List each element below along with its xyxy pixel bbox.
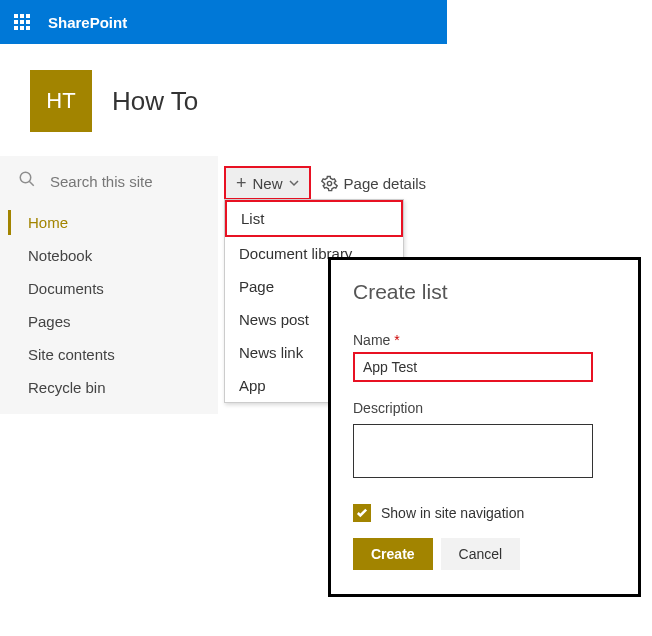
left-nav: Search this site Home Notebook Documents… [0,156,218,414]
brand-label[interactable]: SharePoint [48,14,127,31]
required-indicator: * [394,332,399,348]
search-icon [18,170,36,192]
create-button[interactable]: Create [353,538,433,570]
search-box[interactable]: Search this site [0,156,218,206]
show-in-nav-row[interactable]: Show in site navigation [353,504,616,522]
description-input[interactable] [353,424,593,478]
name-field-label: Name * [353,332,616,348]
svg-point-2 [327,181,331,185]
plus-icon: + [236,174,247,192]
check-icon [356,508,368,518]
svg-point-0 [20,172,31,183]
site-header: HT How To [0,44,447,156]
nav-item-recycle-bin[interactable]: Recycle bin [0,371,218,404]
show-in-nav-checkbox[interactable] [353,504,371,522]
site-logo[interactable]: HT [30,70,92,132]
site-title[interactable]: How To [112,86,198,117]
waffle-icon [14,14,30,30]
page-details-button[interactable]: Page details [321,175,427,192]
nav-item-site-contents[interactable]: Site contents [0,338,218,371]
suite-banner: SharePoint [0,0,447,44]
svg-line-1 [29,181,34,186]
page-details-label: Page details [344,175,427,192]
show-in-nav-label: Show in site navigation [381,505,524,521]
new-button-label: New [253,175,283,192]
nav-item-notebook[interactable]: Notebook [0,239,218,272]
nav-item-documents[interactable]: Documents [0,272,218,305]
chevron-down-icon [289,178,299,188]
nav-item-home[interactable]: Home [0,206,218,239]
nav-item-pages[interactable]: Pages [0,305,218,338]
search-placeholder: Search this site [50,173,153,190]
cancel-button[interactable]: Cancel [441,538,521,570]
panel-title: Create list [353,280,616,304]
description-field-label: Description [353,400,616,416]
create-list-panel: Create list Name * Description Show in s… [328,257,641,597]
new-button[interactable]: + New [224,166,311,200]
dropdown-item-list[interactable]: List [225,200,403,237]
panel-button-row: Create Cancel [353,538,616,570]
app-launcher-button[interactable] [0,0,44,44]
name-input[interactable] [353,352,593,382]
gear-icon [321,175,338,192]
